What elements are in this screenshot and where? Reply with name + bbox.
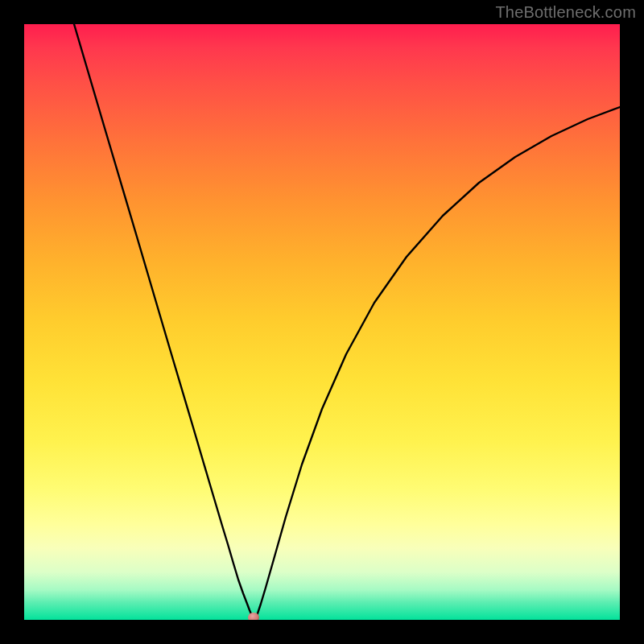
plot-area [24,24,620,620]
watermark-text: TheBottleneck.com [495,3,636,22]
minimum-marker [248,613,259,620]
chart-canvas: TheBottleneck.com [0,0,644,644]
bottleneck-curve [74,24,620,617]
curve-layer [24,24,620,620]
